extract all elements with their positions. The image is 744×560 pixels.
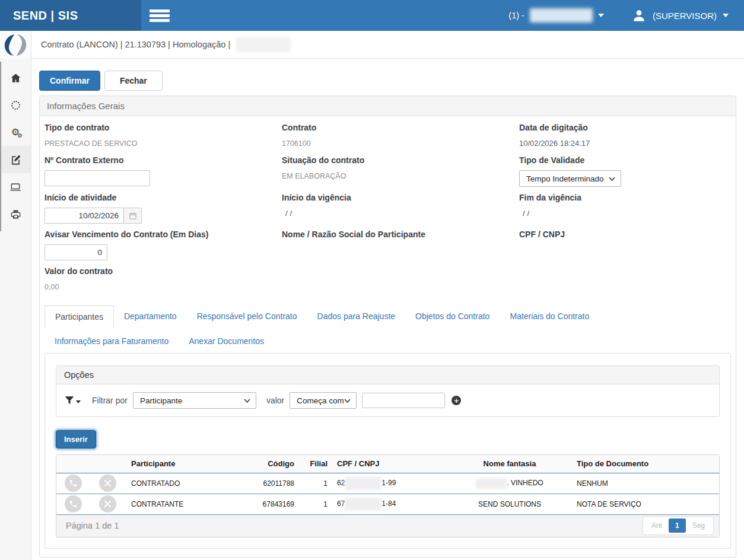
tab-dados-reajuste[interactable]: Dados para Reajuste [307,306,406,327]
chevron-down-icon [598,14,604,17]
field-value: 1706100 [282,139,311,148]
sidebar-item-processes[interactable] [0,91,31,119]
app-brand: SEND | SIS [13,9,78,23]
options-title: Opções [56,366,719,384]
tab-anexar-documentos[interactable]: Anexar Documentos [179,330,274,352]
tab-objetos[interactable]: Objetos do Contrato [405,306,500,327]
sidebar-item-settings[interactable]: ⚙⚙ [0,119,31,146]
insert-button[interactable]: Inserir [56,430,96,448]
sidebar-item-contracts[interactable] [0,146,31,173]
panel-title: Informações Gerais [40,96,736,116]
tabs-row-1: Participantes Departamento Responsável p… [44,306,731,327]
tab-participantes[interactable]: Participantes [44,306,114,327]
field-inicio-atividade: Início de atividade [44,190,282,224]
prev-page-button[interactable]: Ant [645,518,669,533]
cell-filial: 1 [300,494,333,514]
filter-value-input[interactable] [362,393,445,408]
contract-form: Tipo de contrato PRESTACAO DE SERVICO Co… [44,120,731,296]
field-value: EM ELABORAÇÃO [282,172,346,180]
tab-materiais[interactable]: Materiais do Contrato [500,306,599,327]
sidebar-item-terminal[interactable] [0,173,31,201]
participants-table: Participante Código Filial CPF / CNPJ No… [56,454,720,537]
tab-informacoes-faturamento[interactable]: Informações para Faturamento [44,330,179,352]
cell-cpf-cnpj: 671-84 [333,494,454,514]
sidebar: ⚙⚙ [0,31,31,560]
selected-option: Começa com [297,396,344,405]
calendar-icon [129,212,137,220]
table-row: CONTRATADO 62011788 1 621-99 . VINHEDO N… [56,473,719,494]
laptop-icon [9,181,21,193]
field-label: Tipo de Validade [519,155,731,165]
confirm-button[interactable]: Confirmar [39,71,100,91]
table-row: CONTRATANTE 67843169 1 671-84 SEND SOLUT… [56,494,719,514]
user-menu[interactable]: (SUPERVISOR) [631,8,729,23]
col-filial: Filial [300,455,333,473]
filter-funnel-icon [64,395,75,406]
printer-icon [10,209,21,220]
field-label: Início da vigência [282,193,519,202]
filter-field-select[interactable]: Participante [133,392,256,409]
contrato-externo-input[interactable] [44,170,150,186]
field-valor-contrato: Valor do contrato 0,00 [44,263,282,293]
field-label: Início de atividade [44,193,282,202]
filter-button[interactable] [64,395,81,406]
field-cpf-cnpj: CPF / CNPJ [519,227,731,260]
redacted-nome [476,478,507,489]
field-value: 0,00 [44,283,59,291]
field-value: 10/02/2026 18:24:17 [519,139,590,148]
current-page-button[interactable]: 1 [669,518,686,533]
user-name-label: (SUPERVISOR) [653,11,717,21]
calendar-button[interactable] [123,208,142,224]
add-filter-button[interactable]: + [452,396,461,405]
remove-button[interactable] [99,495,116,513]
avisar-vencimento-input[interactable] [44,244,107,260]
breadcrumb-bar: Contrato (LANCON) | 21.130793 | Homologa… [31,31,744,59]
field-data-digitacao: Data de digitação 10/02/2026 18:24:17 [519,120,731,149]
table-header-empty [56,455,90,473]
field-label: CPF / CNPJ [519,230,731,239]
phone-button[interactable] [65,495,82,513]
field-value: PRESTACAO DE SERVICO [44,139,138,148]
next-page-button[interactable]: Seg [686,518,711,533]
selected-option: Tempo Indeterminado [526,174,604,183]
redacted-cpf [345,498,381,511]
field-avisar-vencimento: Avisar Vencimento do Contrato (Em Dias) [44,227,282,260]
toolbar: Confirmar Fechar [39,71,736,91]
sidebar-item-print[interactable] [0,201,31,228]
cell-codigo: 67843169 [253,494,300,514]
sidebar-item-home[interactable] [0,64,31,91]
col-participante: Participante [125,455,253,473]
company-selector[interactable]: (1) - [508,8,604,23]
phone-button[interactable] [65,475,82,492]
field-label: Avisar Vencimento do Contrato (Em Dias) [44,230,282,239]
redacted-breadcrumb-user [236,37,291,52]
field-contrato-externo: Nº Contrato Externo [44,152,282,187]
app-logo[interactable] [0,31,31,59]
hamburger-menu-button[interactable] [150,8,170,24]
cell-participante: CONTRATANTE [125,494,253,514]
options-panel: Opções Filtrar por Participante [56,365,720,417]
logo-icon [4,33,27,57]
field-label: Data de digitação [519,123,731,132]
remove-button[interactable] [99,475,116,492]
field-inicio-vigencia: Início da vigência / / [282,190,519,224]
chevron-down-icon [609,177,615,181]
close-icon [104,480,111,486]
field-label: Fim da vigência [519,193,731,202]
gears-icon: ⚙⚙ [11,128,20,137]
spinner-icon [11,101,20,110]
col-codigo: Código [253,455,300,473]
general-info-panel: Informações Gerais Tipo de contrato PRES… [39,96,736,558]
tab-responsavel[interactable]: Responsável pelo Contrato [187,306,307,327]
cell-filial: 1 [300,473,333,494]
table-header-empty [90,455,125,473]
filter-operator-select[interactable]: Começa com [290,392,357,409]
close-button[interactable]: Fechar [104,71,163,91]
brand-area: SEND | SIS [0,0,141,31]
tab-departamento[interactable]: Departamento [114,306,187,327]
tipo-validade-select[interactable]: Tempo Indeterminado [519,170,621,187]
top-bar: SEND | SIS (1) - (SUPERVISOR) [0,0,744,31]
participants-tab-panel: Opções Filtrar por Participante [44,353,731,549]
redacted-company-name [530,8,593,23]
inicio-atividade-input[interactable] [44,208,124,224]
